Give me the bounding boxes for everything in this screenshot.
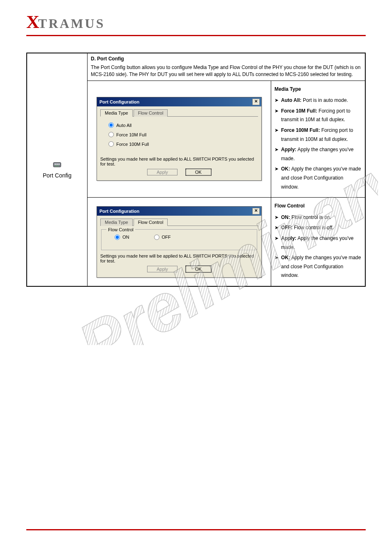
dialog-titlebar: Port Configuration ✕ [97, 207, 261, 216]
bullet-label: ON: [281, 214, 290, 220]
dialog-titlebar: Port Configuration ✕ [97, 97, 261, 106]
flow-control-dialog-preview: Port Configuration ✕ Media Type Flow Con… [88, 198, 271, 286]
flow-fieldset-legend: Flow Control [106, 227, 135, 232]
radio-flow-off-input[interactable] [154, 235, 159, 240]
logo-letter-x: X [26, 12, 39, 32]
bullet-text: Flow control is off. [293, 225, 334, 230]
svg-rect-5 [58, 164, 60, 165]
svg-point-7 [56, 166, 57, 166]
bullet-icon: ➤ [274, 165, 279, 174]
bullet-text: Flow control is on. [290, 214, 331, 220]
intro-desc: The Port Config button allows you to con… [91, 64, 362, 78]
flow-control-row: Port Configuration ✕ Media Type Flow Con… [88, 198, 366, 286]
tab-flow-control[interactable]: Flow Control [134, 219, 168, 226]
svg-rect-4 [56, 164, 58, 165]
dialog-tabs: Media Type Flow Control [100, 218, 258, 226]
page-header: X TRAMUS [0, 0, 392, 32]
content-area: Port Config D. Port Config The Port Conf… [0, 36, 392, 287]
dialog-flow-control: Port Configuration ✕ Media Type Flow Con… [97, 206, 262, 278]
media-type-explain: Media Type ➤Auto All: Port is in auto mo… [271, 81, 365, 198]
bullet-label: Apply: [281, 235, 296, 241]
logo: X TRAMUS [26, 12, 392, 32]
tab-media-type[interactable]: Media Type [100, 109, 133, 117]
radio-flow-off[interactable]: OFF [154, 235, 171, 240]
dialog-note: Settings you made here will be applied t… [100, 253, 258, 263]
bullet-text: Apply the changes you've made and close … [281, 255, 361, 278]
port-config-icon [53, 160, 62, 170]
footer-divider [26, 529, 366, 530]
radio-force-100m-label: Force 100M Full [116, 142, 149, 147]
bullet-text: Apply the changes you've made and close … [281, 166, 361, 189]
bullet-icon: ➤ [274, 253, 279, 263]
radio-flow-on[interactable]: ON [115, 235, 129, 240]
media-type-row: Port Configuration ✕ Media Type Flow Con… [88, 81, 366, 198]
logo-rest: TRAMUS [38, 16, 105, 31]
radio-auto-all-label: Auto All [116, 123, 131, 128]
svg-point-6 [55, 166, 56, 166]
radio-auto-all[interactable]: Auto All [108, 122, 254, 128]
port-config-cell-label: Port Config [27, 53, 88, 286]
dialog-media-type: Port Configuration ✕ Media Type Flow Con… [97, 97, 262, 181]
radio-flow-on-input[interactable] [115, 235, 120, 240]
intro-heading: D. Port Config [91, 56, 362, 62]
port-config-table: Port Config D. Port Config The Port Conf… [26, 53, 366, 287]
port-config-label: Port Config [30, 172, 84, 179]
radio-force-10m-label: Force 10M Full [116, 132, 146, 137]
bullet-icon: ➤ [274, 145, 279, 154]
flow-control-explain: Flow Control ➤ON: Flow control is on. ➤O… [271, 198, 365, 286]
close-icon[interactable]: ✕ [252, 99, 260, 105]
dialog-note: Settings you made here will be applied t… [100, 157, 258, 166]
bullet-label: OK: [281, 166, 290, 172]
bullet-icon: ➤ [274, 234, 279, 243]
radio-force-100m-input[interactable] [108, 141, 114, 147]
bullet-icon: ➤ [274, 213, 279, 222]
intro-cell: D. Port Config The Port Config button al… [88, 53, 366, 81]
tab-flow-control[interactable]: Flow Control [134, 109, 168, 117]
bullet-label: OK: [281, 255, 290, 260]
apply-button[interactable]: Apply [147, 169, 178, 175]
radio-auto-all-input[interactable] [108, 122, 114, 128]
ok-button[interactable]: OK [186, 266, 211, 272]
apply-button[interactable]: Apply [147, 266, 178, 272]
bullet-icon: ➤ [274, 96, 279, 105]
radio-flow-on-label: ON [122, 235, 129, 240]
dialog-title: Port Configuration [99, 209, 139, 214]
radio-force-10m-input[interactable] [108, 132, 114, 137]
tab-media-type[interactable]: Media Type [100, 219, 133, 226]
svg-point-8 [58, 166, 59, 166]
dialog-title: Port Configuration [99, 99, 139, 104]
bullet-label: OFF: [281, 225, 293, 230]
radio-force-10m[interactable]: Force 10M Full [108, 132, 254, 137]
bullet-icon: ➤ [274, 107, 279, 116]
svg-rect-3 [55, 164, 56, 165]
bullet-text: Port is in auto mode. [302, 97, 348, 103]
bullet-label: Auto All: [281, 97, 302, 103]
radio-force-100m[interactable]: Force 100M Full [108, 141, 254, 147]
bullet-icon: ➤ [274, 223, 279, 233]
bullet-icon: ➤ [274, 126, 279, 135]
dialog-tabs: Media Type Flow Control [100, 109, 258, 117]
media-type-heading: Media Type [274, 85, 362, 94]
bullet-label: Apply: [281, 147, 296, 152]
ok-button[interactable]: OK [186, 169, 211, 175]
close-icon[interactable]: ✕ [252, 208, 260, 214]
bullet-label: Force 10M Full: [281, 108, 317, 114]
bullet-label: Force 100M Full: [281, 127, 320, 133]
flow-control-heading: Flow Control [274, 202, 362, 211]
radio-flow-off-label: OFF [162, 235, 171, 240]
media-type-dialog-preview: Port Configuration ✕ Media Type Flow Con… [88, 81, 271, 198]
